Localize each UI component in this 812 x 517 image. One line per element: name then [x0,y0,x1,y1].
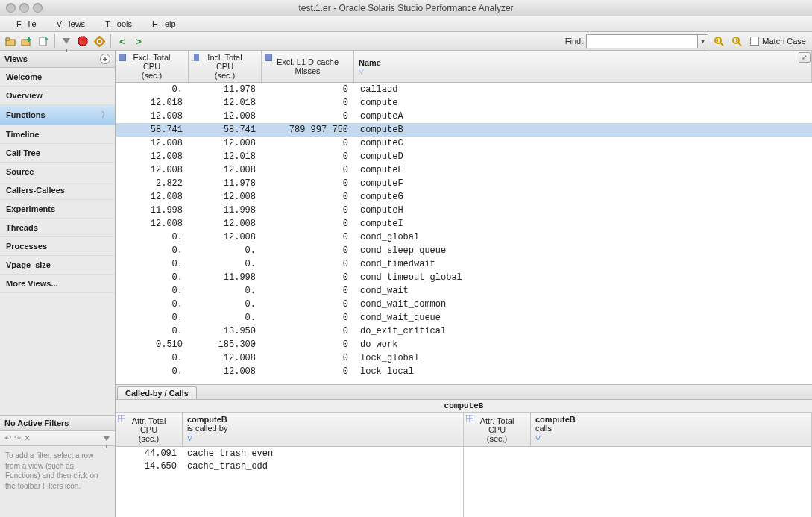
col-incl-total-cpu[interactable]: Incl. TotalCPU(sec.) [189,51,262,82]
stop-icon[interactable] [75,34,90,48]
table-row[interactable]: 0. 0. 0cond_wait [116,284,812,298]
table-row[interactable]: 0. 0. 0cond_sleep_queue [116,244,812,257]
menu-views[interactable]: Views [43,17,92,31]
sidebar-item-threads[interactable]: Threads [0,219,115,237]
export-icon[interactable] [36,34,51,48]
calls-tab-strip: Called-by / Calls [116,384,812,400]
sort-indicator-icon: ▽ [187,434,192,442]
separator [54,34,55,48]
calls-col-header[interactable]: computeB calls ▽ [531,413,811,446]
sidebar-item-more-views-[interactable]: More Views... [0,275,115,293]
col-excl-l1-misses[interactable]: Excl. L1 D-cacheMisses [262,51,354,82]
calls-pane: Attr. TotalCPU(sec.) computeB calls ▽ [464,413,812,517]
sidebar: Views + WelcomeOverviewFunctions〉Timelin… [0,51,116,517]
find-next-icon[interactable] [729,34,744,48]
calls-selected-function: computeB [116,400,812,413]
svg-rect-17 [119,54,126,61]
find-prev-icon[interactable] [711,34,726,48]
sidebar-item-source[interactable]: Source [0,163,115,181]
svg-rect-1 [6,38,10,40]
filters-panel: No Active Filters ↶ ↷ ✕ To add a filter,… [0,415,115,517]
sort-indicator-icon: ▽ [359,67,364,75]
called-by-body[interactable]: 44.091cache_trash_even 14.650cache_trash… [116,447,463,517]
svg-line-16 [738,43,741,46]
table-row[interactable]: 12.008 12.018 0computeD [116,150,812,163]
menubar: File Views Tools Help [0,16,812,32]
sort-indicator-icon: ▽ [535,434,541,442]
back-icon[interactable]: < [115,34,130,48]
table-row[interactable]: 0. 12.008 0cond_global [116,231,812,244]
calls-body[interactable] [464,447,811,517]
called-by-pane: Attr. TotalCPU(sec.) computeB is called … [116,413,464,517]
menu-help[interactable]: Help [139,17,183,31]
table-row[interactable]: 2.822 11.978 0computeF [116,177,812,190]
sidebar-item-call-tree[interactable]: Call Tree [0,144,115,163]
table-row[interactable]: 0. 12.008 0lock_local [116,365,812,378]
table-row[interactable]: 0. 13.950 0do_exit_critical [116,325,812,338]
filter-icon[interactable] [59,34,74,48]
called-by-attr-col[interactable]: Attr. TotalCPU(sec.) [116,413,183,446]
titlebar: test.1.er - Oracle Solaris Studio Perfor… [0,0,812,16]
table-row[interactable]: 0. 0. 0cond_wait_common [116,298,812,311]
svg-point-8 [98,40,101,43]
table-row[interactable]: 0. 11.978 0calladd [116,83,812,96]
svg-rect-19 [194,54,199,61]
table-row[interactable]: 0. 12.008 0lock_global [116,351,812,365]
table-row[interactable]: 12.008 12.008 0computeE [116,163,812,177]
find-dropdown-icon[interactable]: ▼ [698,34,708,48]
called-by-header[interactable]: computeB is called by ▽ [183,413,463,446]
sidebar-item-welcome[interactable]: Welcome [0,68,115,87]
table-body[interactable]: 0. 11.978 0calladd 12.018 12.018 0comput… [116,83,812,384]
list-item[interactable]: 44.091cache_trash_even [116,447,463,460]
add-view-icon[interactable]: + [100,54,110,64]
menu-file[interactable]: File [3,17,43,31]
table-row[interactable]: 12.008 12.008 0computeI [116,217,812,231]
toolbar: < > Find: ▼ Match Case [0,32,812,51]
menu-tools[interactable]: Tools [92,17,139,31]
table-row[interactable]: 0. 11.998 0cond_timeout_global [116,271,812,284]
col-name[interactable]: Name ▽ [354,51,812,82]
forward-icon[interactable]: > [131,34,146,48]
svg-marker-6 [78,37,87,46]
table-row[interactable]: 0.510 185.300 0do_work [116,338,812,351]
table-row[interactable]: 12.008 12.008 0computeC [116,137,812,150]
table-row[interactable]: 0. 0. 0cond_wait_queue [116,311,812,325]
table-row[interactable]: 58.741 58.741 789 997 750computeB [116,123,812,137]
chevron-right-icon: 〉 [101,110,109,120]
table-row[interactable]: 12.018 12.018 0compute [116,96,812,110]
sidebar-item-processes[interactable]: Processes [0,237,115,256]
svg-rect-4 [27,39,31,40]
find-label: Find: [565,37,583,46]
sidebar-header: Views + [0,51,115,68]
table-row[interactable]: 0. 0. 0cond_timedwait [116,257,812,271]
tab-called-by-calls[interactable]: Called-by / Calls [117,386,197,399]
sidebar-item-overview[interactable]: Overview [0,87,115,105]
window-title: test.1.er - Oracle Solaris Studio Perfor… [0,3,812,13]
settings-icon[interactable] [92,34,107,48]
filter-toolbar: ↶ ↷ ✕ [0,431,115,446]
functions-table: ⤢ Excl. TotalCPU(sec.) Incl. TotalCPU(se… [116,51,812,384]
sidebar-item-callers-callees[interactable]: Callers-Callees [0,181,115,200]
find-input[interactable] [586,34,698,48]
calls-attr-col[interactable]: Attr. TotalCPU(sec.) [464,413,531,446]
filter-funnel-icon[interactable] [103,434,110,443]
match-case-checkbox[interactable]: Match Case [750,37,806,46]
table-row[interactable]: 11.998 11.998 0computeH [116,204,812,217]
filters-header: No Active Filters [0,415,115,431]
redo-icon[interactable]: ↷ [14,433,21,443]
undo-icon[interactable]: ↶ [4,433,11,443]
open-icon[interactable] [3,34,18,48]
sidebar-item-experiments[interactable]: Experiments [0,200,115,219]
sidebar-item-timeline[interactable]: Timeline [0,125,115,144]
table-row[interactable]: 12.008 12.008 0computeA [116,110,812,123]
open-add-icon[interactable] [19,34,34,48]
svg-line-14 [720,43,723,46]
svg-rect-20 [265,54,272,61]
col-excl-total-cpu[interactable]: Excl. TotalCPU(sec.) [116,51,189,82]
list-item[interactable]: 14.650cache_trash_odd [116,460,463,472]
sidebar-item-functions[interactable]: Functions〉 [0,105,115,125]
filters-hint: To add a filter, select a row from a vie… [0,446,115,517]
delete-icon[interactable]: ✕ [24,433,31,443]
sidebar-item-vpage-size[interactable]: Vpage_size [0,256,115,275]
table-row[interactable]: 12.008 12.008 0computeG [116,190,812,204]
